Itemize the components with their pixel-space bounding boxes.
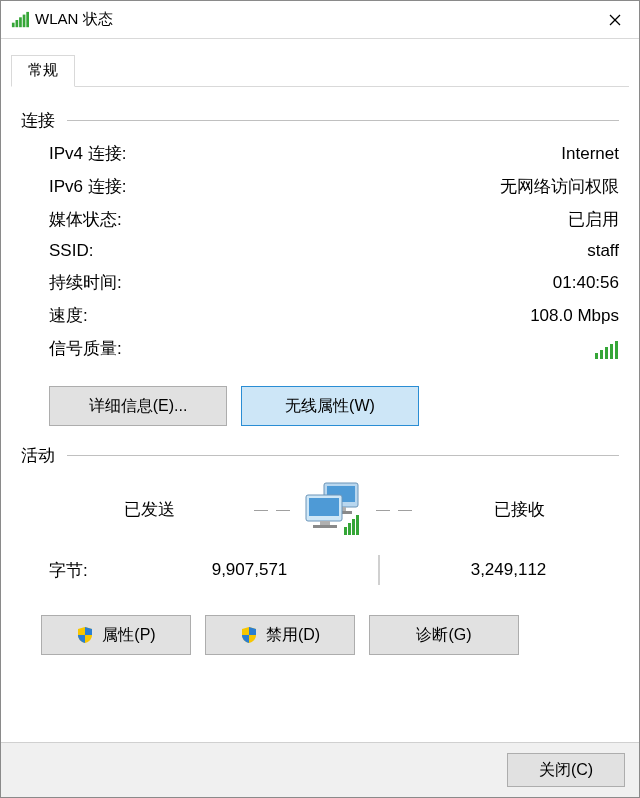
activity-dash-right: — — — [376, 501, 414, 517]
section-connection-label: 连接 — [21, 109, 55, 132]
ipv4-value: Internet — [249, 144, 619, 164]
wifi-signal-icon — [11, 11, 29, 29]
svg-rect-11 — [615, 341, 618, 359]
signal-label: 信号质量: — [49, 337, 249, 360]
diagnose-button-label: 诊断(G) — [416, 625, 471, 646]
speed-label: 速度: — [49, 304, 249, 327]
row-media: 媒体状态: 已启用 — [49, 208, 619, 231]
disable-button-label: 禁用(D) — [266, 625, 320, 646]
bytes-recv-value: 3,249,112 — [398, 560, 619, 580]
svg-rect-1 — [16, 20, 19, 27]
close-icon — [609, 14, 621, 26]
uac-shield-icon — [240, 626, 258, 644]
close-button[interactable] — [591, 1, 639, 39]
activity-recv-label: 已接收 — [419, 498, 619, 521]
network-computers-icon — [298, 481, 370, 537]
tab-content: 连接 IPv4 连接: Internet IPv6 连接: 无网络访问权限 媒体… — [1, 87, 639, 742]
disable-button[interactable]: 禁用(D) — [205, 615, 355, 655]
ssid-label: SSID: — [49, 241, 249, 261]
bytes-sent-value: 9,907,571 — [139, 560, 360, 580]
row-duration: 持续时间: 01:40:56 — [49, 271, 619, 294]
svg-rect-18 — [320, 521, 330, 525]
svg-rect-20 — [344, 527, 347, 535]
duration-label: 持续时间: — [49, 271, 249, 294]
tab-strip: 常规 — [1, 39, 639, 87]
bytes-label: 字节: — [49, 559, 139, 582]
ipv4-label: IPv4 连接: — [49, 142, 249, 165]
row-speed: 速度: 108.0 Mbps — [49, 304, 619, 327]
properties-button-label: 属性(P) — [102, 625, 155, 646]
details-button[interactable]: 详细信息(E)... — [49, 386, 227, 426]
row-ipv4: IPv4 连接: Internet — [49, 142, 619, 165]
bytes-divider — [378, 555, 380, 585]
media-value: 已启用 — [249, 208, 619, 231]
signal-bars-icon — [595, 339, 619, 359]
svg-rect-10 — [610, 344, 613, 359]
row-ipv6: IPv6 连接: 无网络访问权限 — [49, 175, 619, 198]
section-activity: 活动 — [21, 444, 619, 467]
svg-rect-22 — [352, 519, 355, 535]
svg-rect-4 — [26, 11, 29, 26]
properties-button[interactable]: 属性(P) — [41, 615, 191, 655]
section-activity-label: 活动 — [21, 444, 55, 467]
duration-value: 01:40:56 — [249, 273, 619, 293]
connection-details: IPv4 连接: Internet IPv6 连接: 无网络访问权限 媒体状态:… — [21, 142, 619, 360]
media-label: 媒体状态: — [49, 208, 249, 231]
svg-rect-0 — [12, 22, 15, 27]
activity-header-row: 已发送 — — — [21, 481, 619, 537]
svg-rect-8 — [600, 350, 603, 359]
activity-dash-left: — — — [254, 501, 292, 517]
svg-rect-3 — [23, 14, 26, 27]
bytes-row: 字节: 9,907,571 3,249,112 — [21, 555, 619, 585]
activity-sent-label: 已发送 — [49, 498, 249, 521]
action-buttons: 属性(P) 禁用(D) 诊断(G) — [21, 615, 619, 655]
ipv6-label: IPv6 连接: — [49, 175, 249, 198]
svg-rect-7 — [595, 353, 598, 359]
tab-general[interactable]: 常规 — [11, 55, 75, 87]
speed-value: 108.0 Mbps — [249, 306, 619, 326]
ssid-value: staff — [249, 241, 619, 261]
svg-rect-2 — [19, 17, 22, 27]
wlan-status-window: WLAN 状态 常规 连接 IPv4 连接: Internet IPv6 连接: — [0, 0, 640, 798]
section-connection: 连接 — [21, 109, 619, 132]
diagnose-button[interactable]: 诊断(G) — [369, 615, 519, 655]
svg-rect-17 — [309, 498, 339, 516]
row-signal: 信号质量: — [49, 337, 619, 360]
ipv6-value: 无网络访问权限 — [249, 175, 619, 198]
window-title: WLAN 状态 — [35, 10, 113, 29]
svg-rect-9 — [605, 347, 608, 359]
svg-rect-19 — [313, 525, 337, 528]
connection-buttons: 详细信息(E)... 无线属性(W) — [21, 386, 619, 426]
svg-rect-21 — [348, 523, 351, 535]
uac-shield-icon — [76, 626, 94, 644]
dialog-footer: 关闭(C) — [1, 742, 639, 797]
wireless-properties-button[interactable]: 无线属性(W) — [241, 386, 419, 426]
svg-rect-23 — [356, 515, 359, 535]
close-dialog-button[interactable]: 关闭(C) — [507, 753, 625, 787]
row-ssid: SSID: staff — [49, 241, 619, 261]
title-bar: WLAN 状态 — [1, 1, 639, 39]
